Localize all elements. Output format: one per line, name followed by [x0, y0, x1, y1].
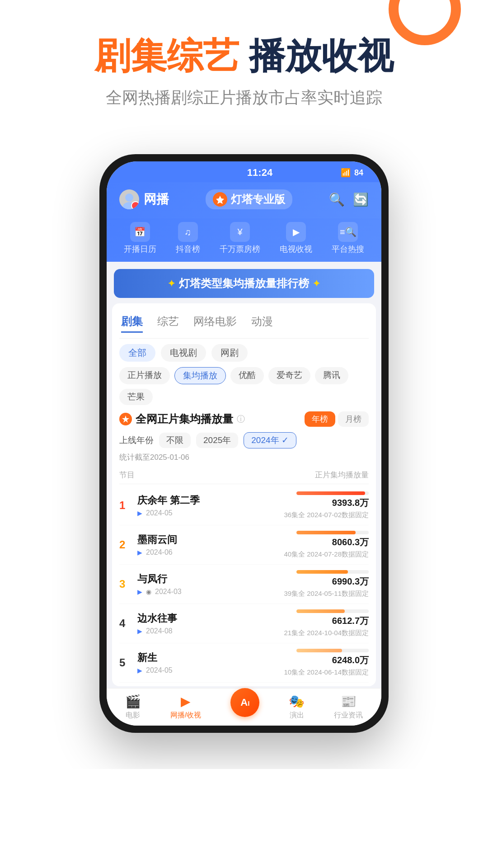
sub-pill-web[interactable]: 网剧: [211, 344, 248, 362]
sub-pill-tv[interactable]: 电视剧: [161, 344, 206, 362]
hero-section: 剧集综艺 播放收视 全网热播剧综正片播放市占率实时追踪: [0, 0, 488, 127]
rank-title-3: 与凤行: [137, 572, 284, 586]
tag-iqiyi[interactable]: 爱奇艺: [268, 367, 310, 384]
tag-tencent[interactable]: 腾讯: [315, 367, 348, 384]
bottom-nav-center-ai[interactable]: Aᵢ: [230, 688, 259, 717]
broadcast-nav-label: 网播/收视: [170, 711, 201, 720]
bottom-nav-movies[interactable]: 🎬 电影: [125, 694, 141, 720]
refresh-icon[interactable]: 🔄: [353, 192, 369, 207]
bottom-nav-shows[interactable]: 🎭 演出: [289, 694, 305, 720]
header-center[interactable]: 灯塔专业版: [206, 189, 292, 209]
play-icon-4: ▶: [137, 627, 142, 635]
rank-info-2: 墨雨云间 ▶ 2024-06: [136, 533, 284, 557]
platform-icon-3: ◉: [146, 588, 151, 595]
rank-year-2: 2024-06: [146, 548, 173, 557]
rank-btn-year[interactable]: 年榜: [305, 411, 335, 427]
tag-mango[interactable]: 芒果: [119, 389, 153, 405]
status-icons: 📶 84: [341, 168, 363, 178]
rank-btn-month[interactable]: 月榜: [338, 411, 369, 427]
svg-point-0: [125, 193, 133, 202]
lighthouse-icon: [213, 192, 227, 207]
rank-meta-5: ▶ 2024-05: [137, 666, 284, 675]
nav-tab-search[interactable]: ≡🔍 平台热搜: [332, 222, 364, 255]
app-header: 网播 灯塔专业版 🔍: [107, 182, 381, 218]
cat-tab-movie[interactable]: 网络电影: [193, 314, 237, 333]
rank-right-5: 6248.0万 10集全 2024-06-14数据固定: [284, 649, 369, 677]
rank-value-3: 6990.3万: [332, 576, 369, 588]
tag-original[interactable]: 正片播放: [119, 367, 170, 384]
rank-item-5[interactable]: 5 新生 ▶ 2024-05 6248.0万: [119, 643, 369, 683]
content-section: 剧集 综艺 网络电影 动漫 全部 电视剧 网剧 正片播放 集均播放: [112, 303, 376, 686]
cat-tab-variety[interactable]: 综艺: [157, 314, 179, 333]
movie-nav-label: 电影: [126, 711, 140, 720]
nav-tab-calendar[interactable]: 📅 开播日历: [124, 222, 156, 255]
year-filter: 上线年份 不限 2025年 2024年 ✓: [119, 432, 369, 448]
sub-pill-all[interactable]: 全部: [119, 344, 155, 362]
bottom-nav: 🎬 电影 ▶ 网播/收视 Aᵢ 🎭 演出 📰: [107, 688, 381, 726]
banner-star-right: ✦: [313, 278, 320, 289]
bottom-nav-broadcast[interactable]: ▶ 网播/收视: [170, 694, 201, 720]
rank-title-1: 庆余年 第二季: [137, 494, 284, 507]
year-tag-2024[interactable]: 2024年 ✓: [244, 432, 296, 448]
rank-title-5: 新生: [137, 651, 284, 665]
rank-right-2: 8060.3万 40集全 2024-07-28数据固定: [284, 531, 369, 559]
rank-item-4[interactable]: 4 边水往事 ▶ 2024-08 6612.7万: [119, 604, 369, 643]
bar-fill-4: [296, 609, 345, 613]
table-header: 节目 正片集均播放量: [119, 468, 369, 484]
sub-pills: 全部 电视剧 网剧: [119, 344, 369, 362]
shows-nav-icon: 🎭: [289, 694, 305, 709]
header-left: 网播: [119, 189, 169, 209]
broadcast-nav-icon: ▶: [181, 694, 191, 709]
rank-detail-4: 21集全 2024-10-04数据固定: [284, 629, 369, 637]
year-filter-label: 上线年份: [119, 434, 154, 446]
year-tag-2025[interactable]: 2025年: [196, 433, 238, 448]
tag-youku[interactable]: 优酷: [230, 367, 264, 384]
rank-year-4: 2024-08: [146, 627, 173, 635]
news-nav-icon: 📰: [341, 694, 357, 709]
search-bar-icon: ≡🔍: [338, 222, 358, 242]
bottom-nav-news[interactable]: 📰 行业资讯: [334, 694, 363, 720]
stat-date: 统计截至2025-01-06: [119, 452, 369, 462]
nav-tab-boxoffice[interactable]: ¥ 千万票房榜: [220, 222, 260, 255]
info-icon[interactable]: ⓘ: [237, 414, 245, 425]
rank-item-2[interactable]: 2 墨雨云间 ▶ 2024-06 8060.3万: [119, 525, 369, 565]
rank-detail-3: 39集全 2024-05-11数据固定: [284, 590, 369, 598]
rank-value-4: 6612.7万: [332, 615, 369, 627]
play-icon-3: ▶: [137, 588, 142, 595]
rank-num-1: 1: [119, 499, 136, 512]
play-icon-1: ▶: [137, 509, 142, 517]
cat-tab-anime[interactable]: 动漫: [251, 314, 273, 333]
rank-meta-1: ▶ 2024-05: [137, 509, 284, 517]
header-right: 🔍 🔄: [329, 192, 369, 207]
banner[interactable]: ✦ 灯塔类型集均播放量排行榜 ✦: [114, 269, 374, 298]
bar-fill-1: [296, 491, 365, 495]
tag-episode-avg[interactable]: 集均播放: [174, 367, 226, 384]
lighthouse-badge[interactable]: 灯塔专业版: [206, 189, 292, 209]
user-avatar[interactable]: [119, 189, 139, 209]
bar-container-3: [296, 570, 369, 574]
rank-year-3: 2024-03: [155, 588, 182, 596]
banner-star-left: ✦: [168, 278, 175, 289]
rank-detail-5: 10集全 2024-06-14数据固定: [284, 668, 369, 677]
rank-meta-2: ▶ 2024-06: [137, 548, 284, 557]
nav-tab-tv[interactable]: ▶ 电视收视: [280, 222, 312, 255]
battery-icon: 84: [354, 168, 363, 178]
search-icon[interactable]: 🔍: [329, 192, 345, 207]
nav-tabs: 📅 开播日历 ♫ 抖音榜 ¥ 千万票房榜 ▶ 电视收视: [107, 218, 381, 262]
calendar-icon: 📅: [130, 222, 150, 242]
rank-item-1[interactable]: 1 庆余年 第二季 ▶ 2024-05 9393: [119, 486, 369, 525]
rank-right-3: 6990.3万 39集全 2024-05-11数据固定: [284, 570, 369, 598]
rank-info-3: 与凤行 ▶ ◉ 2024-03: [136, 572, 284, 596]
rank-right-1: 9393.8万 36集全 2024-07-02数据固定: [284, 491, 369, 519]
cat-tab-drama[interactable]: 剧集: [121, 314, 143, 333]
phone-mockup-container: 11:24 📶 84: [0, 154, 488, 769]
rank-item-3[interactable]: 3 与凤行 ▶ ◉ 2024-03: [119, 565, 369, 604]
bar-fill-5: [296, 649, 342, 652]
year-tag-all[interactable]: 不限: [159, 433, 191, 448]
section-title-text: 全网正片集均播放量: [136, 412, 233, 426]
nav-tab-douyin[interactable]: ♫ 抖音榜: [176, 222, 200, 255]
rank-title-2: 墨雨云间: [137, 533, 284, 547]
wifi-icon: 📶: [341, 168, 351, 178]
rank-num-4: 4: [119, 617, 136, 630]
rank-num-2: 2: [119, 538, 136, 551]
